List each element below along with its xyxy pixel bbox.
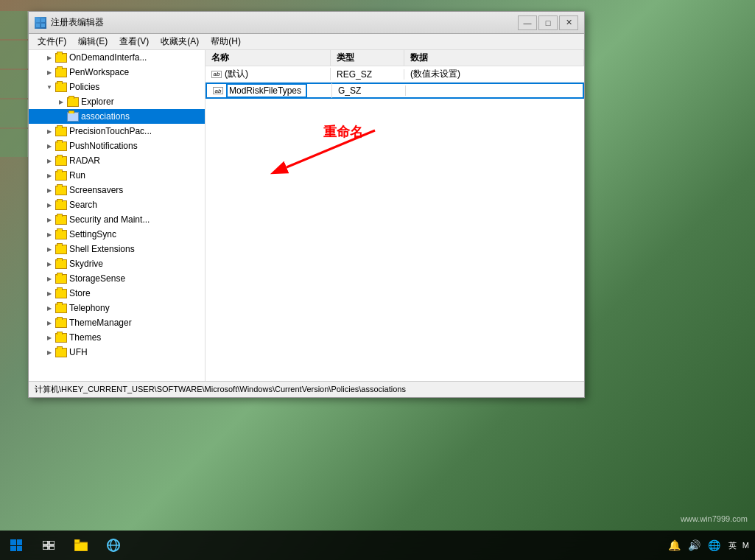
- maximize-button[interactable]: □: [538, 15, 558, 30]
- svg-rect-0: [36, 18, 40, 22]
- tree-item-themes[interactable]: ▶ Themes: [29, 330, 205, 345]
- tree-label: associations: [81, 111, 130, 122]
- tree-item-storagesense[interactable]: ▶ StorageSense: [29, 271, 205, 286]
- folder-icon: [55, 53, 67, 63]
- table-row[interactable]: ab G_SZ: [206, 83, 584, 99]
- tree-item-store[interactable]: ▶ Store: [29, 286, 205, 301]
- expand-icon: ▶: [43, 155, 55, 167]
- tree-panel[interactable]: ▶ OnDemandInterfa... ▶ PenWorkspace ▼ Po…: [29, 50, 206, 381]
- task-view-icon: [43, 541, 55, 550]
- tree-item-security[interactable]: ▶ Security and Maint...: [29, 212, 205, 227]
- folder-icon: [55, 141, 67, 151]
- tree-item-explorer[interactable]: ▶ Explorer: [29, 94, 205, 109]
- language-indicator[interactable]: 英: [726, 540, 740, 551]
- menu-view[interactable]: 查看(V): [113, 34, 155, 49]
- menu-edit[interactable]: 编辑(E): [72, 34, 113, 49]
- folder-icon: [55, 304, 67, 313]
- folder-icon: [55, 83, 67, 92]
- tree-item-search[interactable]: ▶ Search: [29, 197, 205, 212]
- detail-header: 名称 类型 数据: [206, 50, 584, 66]
- file-explorer-button[interactable]: [65, 531, 97, 560]
- left-icon-1: [0, 11, 28, 39]
- tree-item-run[interactable]: ▶ Run: [29, 168, 205, 183]
- tree-item-pushnotifications[interactable]: ▶ PushNotifications: [29, 139, 205, 153]
- system-clock: M: [742, 540, 749, 550]
- svg-rect-3: [41, 24, 45, 27]
- folder-icon: [55, 230, 67, 239]
- expand-icon: ▶: [43, 273, 55, 284]
- clock-display: M: [742, 540, 749, 550]
- main-content: ▶ OnDemandInterfa... ▶ PenWorkspace ▼ Po…: [29, 50, 584, 381]
- tree-label: Skydrive: [69, 259, 103, 269]
- tree-item-ondemand[interactable]: ▶ OnDemandInterfa...: [29, 50, 205, 65]
- tree-label: PushNotifications: [69, 141, 138, 151]
- left-icon-3: [0, 70, 28, 98]
- cell-type: G_SZ: [332, 85, 406, 96]
- network-icon[interactable]: 🌐: [706, 539, 723, 551]
- folder-icon: [55, 127, 67, 136]
- volume-icon[interactable]: 🔊: [686, 539, 703, 551]
- tree-label: ThemeManager: [69, 318, 132, 328]
- folder-icon: [55, 186, 67, 195]
- expand-icon: ▶: [43, 66, 55, 78]
- col-header-type: 类型: [331, 50, 404, 66]
- tree-label: UFH: [69, 347, 88, 357]
- expand-icon: ▶: [43, 228, 55, 240]
- tree-item-ufh[interactable]: ▶ UFH: [29, 345, 205, 360]
- menu-file[interactable]: 文件(F): [32, 34, 72, 49]
- folder-icon: [55, 171, 67, 181]
- close-button[interactable]: ✕: [559, 15, 578, 30]
- table-row[interactable]: ab (默认) REG_SZ (数值未设置): [206, 66, 584, 83]
- expand-icon: ▶: [43, 184, 55, 196]
- tree-item-thememanager[interactable]: ▶ ThemeManager: [29, 315, 205, 330]
- window-title: 注册表编辑器: [51, 16, 518, 29]
- tree-item-precisiontouchpac[interactable]: ▶ PrecisionTouchPac...: [29, 124, 205, 139]
- tree-item-policies[interactable]: ▼ Policies: [29, 80, 205, 94]
- tree-item-telephony[interactable]: ▶ Telephony: [29, 301, 205, 315]
- tree-label: Telephony: [69, 303, 110, 313]
- tree-item-settingsync[interactable]: ▶ SettingSync: [29, 227, 205, 242]
- status-bar: 计算机\HKEY_CURRENT_USER\SOFTWARE\Microsoft…: [29, 381, 584, 397]
- title-bar[interactable]: 注册表编辑器 — □ ✕: [29, 12, 584, 34]
- minimize-button[interactable]: —: [518, 15, 537, 30]
- svg-rect-11: [74, 539, 80, 543]
- left-icon-4: [0, 99, 28, 127]
- expand-icon: ▶: [43, 52, 55, 63]
- tree-item-radar[interactable]: ▶ RADAR: [29, 153, 205, 168]
- system-tray: 🔔 🔊 🌐 英 M: [666, 539, 755, 551]
- menu-help[interactable]: 帮助(H): [205, 34, 247, 49]
- task-view-button[interactable]: [32, 531, 65, 560]
- expand-icon: ▶: [43, 302, 55, 314]
- notification-icon[interactable]: 🔔: [666, 539, 683, 551]
- detail-rows: ab (默认) REG_SZ (数值未设置) ab G_SZ: [206, 66, 584, 381]
- file-explorer-icon: [74, 539, 88, 551]
- folder-icon: [67, 112, 79, 122]
- tree-item-shellextensions[interactable]: ▶ Shell Extensions: [29, 242, 205, 256]
- cell-data: (数值未设置): [404, 68, 584, 80]
- regedit-window: 注册表编辑器 — □ ✕ 文件(F) 编辑(E) 查看(V) 收藏夹(A) 帮助…: [28, 11, 585, 398]
- folder-icon: [55, 289, 67, 298]
- left-edge-icons: [0, 11, 28, 157]
- tree-label: Screensavers: [69, 185, 123, 195]
- menu-favorites[interactable]: 收藏夹(A): [155, 34, 205, 49]
- tree-label: Shell Extensions: [69, 244, 135, 254]
- window-controls[interactable]: — □ ✕: [518, 15, 578, 30]
- tree-label: OnDemandInterfa...: [69, 52, 147, 63]
- tree-item-penworkspace[interactable]: ▶ PenWorkspace: [29, 65, 205, 80]
- taskbar[interactable]: 🔔 🔊 🌐 英 M: [0, 531, 755, 560]
- tree-item-associations[interactable]: associations: [29, 109, 205, 124]
- start-button[interactable]: [0, 531, 32, 560]
- tree-item-screensavers[interactable]: ▶ Screensavers: [29, 183, 205, 197]
- tree-item-skydrive[interactable]: ▶ Skydrive: [29, 256, 205, 271]
- folder-icon: [55, 333, 67, 343]
- watermark: www.win7999.com: [681, 514, 748, 523]
- rename-input[interactable]: [226, 83, 307, 98]
- expand-icon: ▶: [43, 199, 55, 211]
- browser-button[interactable]: [97, 531, 130, 560]
- expand-icon: ▼: [43, 81, 55, 93]
- svg-rect-10: [74, 542, 88, 551]
- cell-name-editing: ab: [207, 83, 332, 98]
- tree-label: Explorer: [81, 97, 114, 107]
- tree-label: PrecisionTouchPac...: [69, 126, 152, 136]
- folder-icon: [55, 200, 67, 210]
